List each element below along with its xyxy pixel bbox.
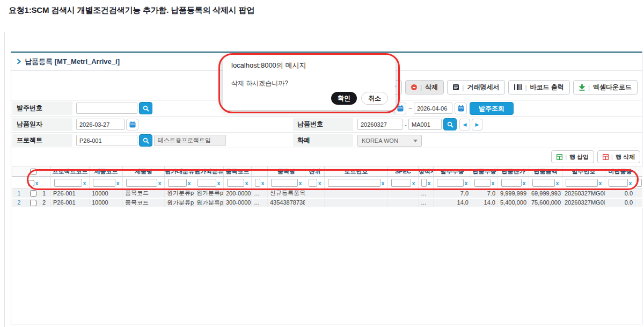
grid-cell[interactable]: [305, 189, 325, 198]
grid-col-header-3[interactable]: 프로젝트코드: [51, 166, 90, 177]
grid-row-checkbox[interactable]: [30, 200, 36, 206]
grid-cell[interactable]: [325, 198, 388, 207]
grid-cell[interactable]: …: [419, 198, 434, 207]
dialog-confirm-button[interactable]: 확인: [331, 92, 357, 105]
grid-rownum[interactable]: 2: [12, 198, 26, 207]
grid-cell[interactable]: 0.0: [605, 198, 635, 207]
grid-filter-input[interactable]: [391, 179, 411, 187]
project-code-input[interactable]: [76, 135, 137, 146]
grid-filter-clear-icon[interactable]: x: [116, 180, 120, 186]
barcode-print-button[interactable]: 바코드 출력: [508, 80, 569, 95]
grid-cell[interactable]: 10000: [90, 198, 123, 207]
grid-cell[interactable]: P26-001: [51, 198, 90, 207]
project-search-button[interactable]: [139, 134, 152, 147]
grid-rownum[interactable]: 1: [12, 189, 26, 198]
grid-cell[interactable]: [388, 198, 419, 207]
grid-filter-clear-icon[interactable]: x: [217, 180, 221, 186]
grid-cell[interactable]: 0.0: [605, 189, 635, 198]
grid-cell[interactable]: 원가분류pjt: [165, 198, 194, 207]
grid-filter-clear-icon[interactable]: x: [428, 180, 431, 186]
grid-filter-input[interactable]: [168, 179, 187, 187]
grid-filter-clear-icon[interactable]: x: [261, 180, 265, 186]
row-delete-button[interactable]: 행 삭제: [597, 150, 640, 163]
grid-filter-clear-icon[interactable]: x: [412, 180, 415, 186]
grid-cell[interactable]: 75,600,000: [529, 198, 562, 207]
grid-filter-input[interactable]: [54, 179, 82, 187]
grid-col-header-13[interactable]: SPEC: [388, 166, 419, 177]
grid-filter-clear-icon[interactable]: x: [299, 180, 302, 186]
grid-cell[interactable]: 7.0: [434, 189, 471, 198]
grid-cell[interactable]: …: [252, 189, 268, 198]
order-no-input[interactable]: [76, 103, 137, 114]
grid-cell[interactable]: 5,400,000: [498, 198, 529, 207]
grid-cell[interactable]: 9,999,999: [498, 189, 529, 198]
grid-filter-input[interactable]: [309, 179, 317, 187]
grid-filter-clear-icon[interactable]: x: [382, 180, 385, 186]
grid-filter-clear-icon[interactable]: x: [492, 180, 495, 186]
grid-col-header-6[interactable]: 원가내분류: [165, 166, 194, 177]
grid-filter-input[interactable]: [437, 179, 464, 187]
date-to-input[interactable]: [414, 103, 452, 114]
grid-filter-input[interactable]: [197, 179, 216, 187]
delivery-no-input-2[interactable]: [408, 119, 442, 130]
grid-cell[interactable]: 2: [40, 198, 51, 207]
grid-cell[interactable]: 품목코드: [123, 198, 165, 207]
grid-row-checkbox[interactable]: [30, 190, 36, 197]
grid-cell[interactable]: [635, 198, 643, 207]
currency-select[interactable]: KOREA WON: [357, 135, 422, 147]
grid-cell[interactable]: 69,999,993: [529, 189, 562, 198]
grid-col-header-5[interactable]: 제품명: [123, 166, 165, 177]
grid-cell[interactable]: 원가분류pjt: [194, 189, 224, 198]
grid-cell[interactable]: 1: [40, 189, 51, 198]
grid-filter-input[interactable]: [328, 179, 380, 187]
grid-filter-clear-icon[interactable]: x: [465, 180, 468, 186]
grid-filter-clear-icon[interactable]: x: [599, 180, 602, 186]
grid-cell[interactable]: [388, 189, 419, 198]
grid-cell[interactable]: 435438787387: [268, 198, 305, 207]
grid-col-header-12[interactable]: 로트번호: [325, 166, 388, 177]
grid-cell[interactable]: 7.0: [471, 189, 498, 198]
statement-button[interactable]: 거래명세서: [447, 80, 505, 95]
grid-cell[interactable]: 14.0: [434, 198, 471, 207]
grid-cell[interactable]: 원가분류pjt: [165, 189, 194, 198]
grid-cell[interactable]: 300-00001: [224, 198, 252, 207]
grid-filter-input[interactable]: [609, 179, 628, 187]
grid-filter-input[interactable]: [501, 179, 522, 187]
grid-col-header-10[interactable]: 품목명: [268, 166, 305, 177]
grid-col-header-7[interactable]: 원가외분류: [194, 166, 224, 177]
grid-filter-input[interactable]: [474, 179, 491, 187]
grid-col-header-16[interactable]: 납품수량: [471, 166, 498, 177]
grid-cell[interactable]: 10000: [90, 189, 123, 198]
grid-filter-clear-icon[interactable]: x: [629, 180, 632, 186]
delivery-no-input-1[interactable]: [357, 119, 402, 130]
grid-col-header-19[interactable]: 발주번호: [562, 166, 605, 177]
grid-filter-input[interactable]: [126, 179, 157, 187]
grid-cell[interactable]: P26-001: [51, 189, 90, 198]
grid-cell[interactable]: …: [252, 198, 268, 207]
row-insert-button[interactable]: 행 삽입: [551, 150, 594, 163]
dialog-cancel-button[interactable]: 취소: [361, 92, 388, 105]
order-lookup-button[interactable]: 발주조회: [470, 102, 514, 115]
grid-filter-clear-icon[interactable]: x: [188, 180, 191, 186]
grid-filter-clear-icon[interactable]: x: [158, 180, 162, 186]
grid-col-header-8[interactable]: 품목코드: [224, 166, 252, 177]
grid-select-all-checkbox[interactable]: [30, 169, 36, 175]
grid-filter-clear-icon[interactable]: x: [245, 180, 248, 186]
delivery-date-input[interactable]: [76, 119, 125, 130]
grid-filter-clear-icon[interactable]: x: [556, 180, 559, 186]
grid-cell[interactable]: 20260327MG00: [562, 189, 605, 198]
grid-cell[interactable]: 신규등록품목: [268, 189, 305, 198]
grid-filter-clear-icon[interactable]: x: [35, 180, 39, 186]
grid-filter-input[interactable]: [566, 179, 598, 187]
grid-filter-input[interactable]: [421, 179, 427, 187]
grid-filter-clear-icon[interactable]: x: [318, 180, 321, 186]
grid-filter-clear-icon[interactable]: x: [523, 180, 526, 186]
grid-col-header-18[interactable]: 납품금액: [529, 166, 562, 177]
prev-record-button[interactable]: ◀: [459, 119, 470, 130]
grid-cell[interactable]: 20260327MG001: [562, 198, 605, 207]
grid-cell[interactable]: 품목코드: [123, 189, 165, 198]
grid-filter-input[interactable]: [271, 179, 298, 187]
date-from-calendar-button[interactable]: [394, 103, 406, 114]
grid-col-header-17[interactable]: 납품단가: [498, 166, 529, 177]
grid-filter-input[interactable]: [636, 179, 642, 187]
